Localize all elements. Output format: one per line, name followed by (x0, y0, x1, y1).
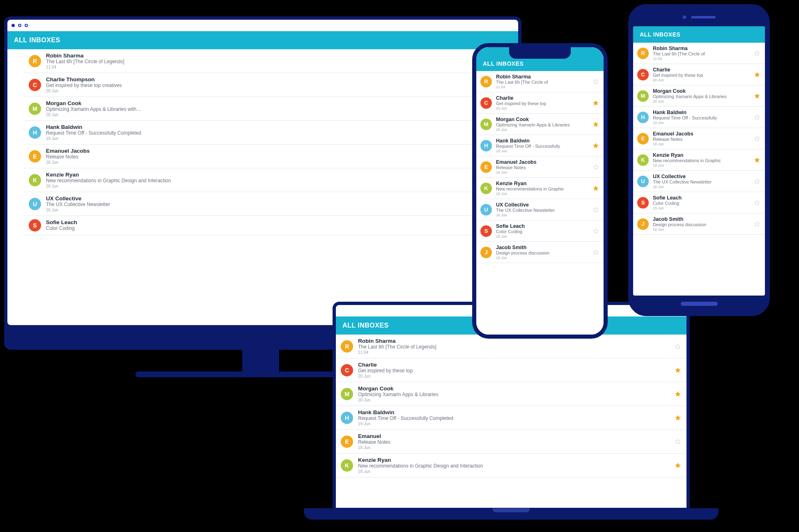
email-body: CharlieGet inspired by these top20 Jun (496, 95, 588, 110)
email-row[interactable]: HHank BaldwinRequest Time Off - Successf… (633, 107, 765, 128)
email-row[interactable]: SSofie LeachColor Coding (24, 216, 518, 235)
star-icon[interactable] (753, 156, 761, 164)
inbox-header-label: ALL INBOXES (342, 322, 389, 329)
email-row[interactable]: KKenzie RyanNew recommendations in Graph… (476, 178, 604, 199)
star-icon[interactable] (674, 414, 682, 422)
star-icon[interactable] (753, 178, 761, 185)
avatar: H (480, 140, 492, 151)
avatar: H (341, 412, 353, 424)
star-icon[interactable] (674, 462, 682, 469)
email-list[interactable]: RRobin SharmaThe Last 6h [The Circle of … (336, 335, 686, 477)
email-sender: Kenzie Ryan (653, 152, 749, 158)
star-icon[interactable] (592, 142, 599, 149)
window-dot-icon[interactable] (25, 24, 28, 27)
star-icon[interactable] (753, 92, 761, 100)
email-body: Sofie LeachColor Coding15 Jun (496, 223, 588, 238)
avatar: U (637, 176, 649, 187)
email-row[interactable]: UUX CollectiveThe UX Collective Newslett… (476, 199, 604, 220)
email-row[interactable]: MMorgan CookOptimizing Xamarin Apps & Li… (336, 382, 686, 406)
email-list[interactable]: RRobin SharmaThe Last 6h [The Circle of1… (633, 43, 765, 235)
avatar: C (637, 69, 649, 80)
email-row[interactable]: HHank BaldwinRequest Time Off - Successf… (476, 135, 604, 156)
email-list[interactable]: RRobin SharmaThe Last 6h [The Circle of … (7, 49, 518, 235)
email-time: 18 Jun (653, 227, 749, 232)
star-icon[interactable] (592, 206, 599, 213)
email-list[interactable]: RRobin SharmaThe Last 6h [The Circle of1… (476, 71, 604, 263)
avatar: M (480, 119, 492, 130)
email-row[interactable]: CCharlieGet inspired by these top20 Jun (633, 64, 765, 85)
email-subject: Optimizing Xamarin Apps & Libraries with… (46, 106, 513, 112)
email-row[interactable]: JJacob SmithDesign process discussion18 … (633, 213, 765, 235)
email-time: 15 Jun (653, 206, 749, 210)
star-icon[interactable] (753, 135, 761, 142)
email-subject: Color Coding (653, 201, 749, 206)
star-icon[interactable] (592, 249, 599, 256)
email-row[interactable]: SSofie LeachColor Coding15 Jun (633, 192, 765, 213)
email-body: Hank BaldwinRequest Time Off - Successfu… (496, 138, 588, 153)
phone-screen: ALL INBOXES RRobin SharmaThe Last 6h [Th… (476, 47, 604, 335)
star-icon[interactable] (592, 99, 599, 107)
email-body: Morgan CookOptimizing Xamarin Apps & Lib… (358, 385, 669, 402)
email-body: UX CollectiveThe UX Collective Newslette… (496, 202, 588, 217)
star-icon[interactable] (592, 78, 599, 85)
email-body: CharlieGet inspired by these top20 Jun (653, 67, 749, 82)
star-icon[interactable] (674, 343, 682, 350)
email-row[interactable]: EEmanuel JacobsRelease Notes18 Jun (633, 128, 765, 149)
email-row[interactable]: MMorgan CookOptimizing Xamarin Apps & Li… (633, 85, 765, 107)
email-row[interactable]: UUX CollectiveThe UX Collective Newslett… (24, 192, 518, 216)
window-dot-icon[interactable] (11, 24, 15, 27)
window-dot-icon[interactable] (18, 24, 21, 27)
star-icon[interactable] (592, 163, 599, 171)
avatar: S (637, 197, 649, 209)
email-row[interactable]: KKenzie RyanNew recommendations in Graph… (633, 149, 765, 171)
email-row[interactable]: KKenzie RyanNew recommendations in Graph… (24, 168, 518, 192)
star-icon[interactable] (674, 438, 682, 445)
email-row[interactable]: HHank BaldwinRequest Time Off - Successf… (24, 121, 518, 144)
email-body: Jacob SmithDesign process discussion18 J… (653, 216, 749, 232)
star-icon[interactable] (592, 227, 599, 235)
email-time: 18 Jun (358, 469, 669, 474)
star-icon[interactable] (753, 71, 761, 78)
email-row[interactable]: HHank BaldwinRequest Time Off - Successf… (336, 406, 686, 430)
email-subject: New recommendations in Graphic (653, 158, 749, 163)
email-row[interactable]: CCharlieGet inspired by these top20 Jun (336, 358, 686, 382)
email-sender: Jacob Smith (496, 245, 588, 250)
star-icon[interactable] (592, 185, 599, 192)
email-body: Morgan CookOptimizing Xamarin Apps & Lib… (496, 117, 588, 132)
email-row[interactable]: EEmanuel JacobsRelease Notes18 Jun (476, 156, 604, 178)
email-row[interactable]: RRobin SharmaThe Last 6h [The Circle of … (24, 49, 518, 73)
email-row[interactable]: KKenzie RyanNew recommendations in Graph… (336, 454, 686, 477)
email-row[interactable]: UUX CollectiveThe UX Collective Newslett… (633, 171, 765, 192)
phone-notch (509, 47, 571, 59)
email-row[interactable]: EEmanuel JacobsRelease Notes18 Jun (24, 144, 518, 168)
star-icon[interactable] (753, 114, 761, 121)
email-row[interactable]: RRobin SharmaThe Last 6h [The Circle of1… (476, 71, 604, 92)
home-indicator-icon[interactable] (681, 302, 718, 306)
star-icon[interactable] (674, 390, 682, 398)
email-sender: UX Collective (46, 195, 513, 202)
email-row[interactable]: JJacob SmithDesign process discussion18 … (476, 242, 604, 263)
star-icon[interactable] (753, 199, 761, 206)
inbox-header: ALL INBOXES (633, 26, 765, 43)
email-subject: Color Coding (46, 225, 513, 231)
email-row[interactable]: MMorgan CookOptimizing Xamarin Apps & Li… (476, 114, 604, 135)
email-row[interactable]: RRobin SharmaThe Last 6h [The Circle of1… (633, 43, 765, 64)
email-sender: Morgan Cook (46, 100, 513, 106)
email-body: UX CollectiveThe UX Collective Newslette… (46, 195, 513, 212)
star-icon[interactable] (592, 121, 599, 128)
email-row[interactable]: SSofie LeachColor Coding15 Jun (476, 220, 604, 242)
email-row[interactable]: CCharlieGet inspired by these top20 Jun (476, 92, 604, 114)
avatar: M (637, 90, 649, 102)
star-icon[interactable] (753, 220, 761, 228)
email-body: Charlie ThompsonGet inspired by these to… (46, 76, 513, 93)
email-body: Kenzie RyanNew recommendations in Graphi… (46, 172, 513, 188)
email-row[interactable]: MMorgan CookOptimizing Xamarin Apps & Li… (24, 97, 518, 121)
email-row[interactable]: CCharlie ThompsonGet inspired by these t… (24, 73, 518, 97)
star-icon[interactable] (753, 50, 761, 57)
phone-notch-device: ALL INBOXES RRobin SharmaThe Last 6h [Th… (472, 43, 608, 339)
email-sender: Jacob Smith (653, 216, 749, 222)
email-row[interactable]: EEmanuelRelease Notes18 Jun (336, 430, 686, 454)
email-subject: The Last 6h [The Circle of (653, 51, 749, 56)
email-sender: Emanuel (358, 433, 669, 439)
star-icon[interactable] (674, 367, 682, 374)
